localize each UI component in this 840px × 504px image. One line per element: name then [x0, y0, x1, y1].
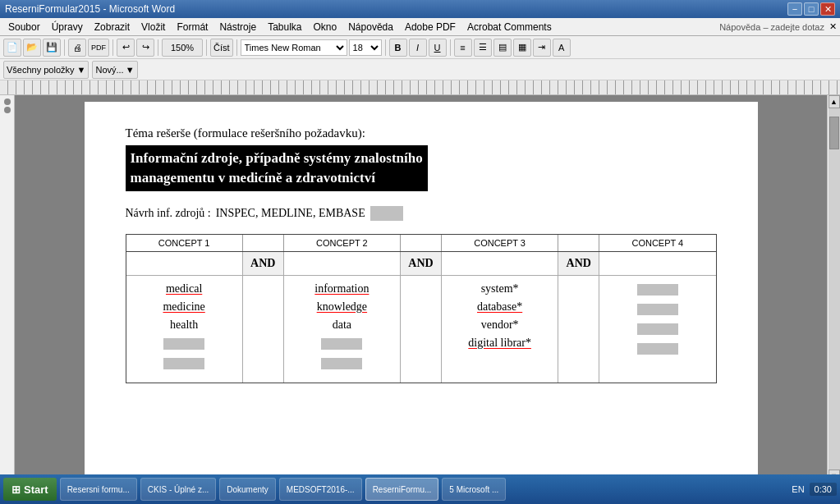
- heading-line1: Informační zdroje, případně systémy znal…: [131, 150, 423, 166]
- toolbar-main: 📄 📂 💾 🖨 PDF ↩ ↪ 150% Číst Times New Roma…: [0, 36, 840, 59]
- italic-button[interactable]: I: [409, 39, 427, 57]
- align-right-button[interactable]: ▤: [493, 39, 512, 57]
- color-button[interactable]: A: [553, 39, 571, 57]
- term-information: information: [314, 282, 369, 296]
- menu-tabulka[interactable]: Tabulka: [263, 20, 306, 34]
- all-items-label: Všechny položky: [7, 65, 75, 75]
- zoom-level[interactable]: 150%: [162, 39, 203, 57]
- heading-block: Informační zdroje, případně systémy znal…: [126, 145, 428, 191]
- print-button[interactable]: 🖨: [68, 39, 86, 57]
- taskbar-btn-4[interactable]: MEDSOFT2016-...: [279, 478, 362, 501]
- help-close-icon[interactable]: ✕: [829, 21, 837, 32]
- bold-button[interactable]: B: [389, 39, 407, 57]
- title-bar: ReserniFormular2015 - Microsoft Word − □…: [0, 0, 840, 18]
- taskbar-btn-1[interactable]: Resersni formu...: [60, 478, 137, 501]
- gray-box-c4-3: [637, 323, 678, 335]
- taskbar-btn-5[interactable]: ReserniFormu...: [365, 478, 439, 501]
- col2-data: information knowledge data: [284, 276, 401, 383]
- new-toolbar2-button[interactable]: Nový... ▼: [92, 61, 137, 79]
- save-button[interactable]: 💾: [43, 39, 61, 57]
- pdf-button[interactable]: PDF: [88, 39, 109, 57]
- menu-adobepdf[interactable]: Adobe PDF: [400, 20, 461, 34]
- taskbar-btn5-label: ReserniFormu...: [373, 485, 432, 494]
- menu-okno[interactable]: Okno: [309, 20, 342, 34]
- menu-soubor[interactable]: Soubor: [3, 20, 45, 34]
- col4-data: [599, 276, 715, 383]
- and-sep2-data: [401, 276, 442, 383]
- align-center-button[interactable]: ☰: [474, 39, 492, 57]
- term-medical: medical: [166, 282, 202, 296]
- gray-box-c2-2: [321, 358, 362, 369]
- data-rows: medical medicine health information know…: [126, 276, 716, 383]
- taskbar-btn-2[interactable]: CKIS - Úplné z...: [140, 478, 216, 501]
- underline-button[interactable]: U: [429, 39, 447, 57]
- concept4-header: CONCEPT 4: [599, 235, 715, 251]
- redo-button[interactable]: ↪: [136, 39, 154, 57]
- taskbar-btn-6[interactable]: 5 Microsoft ...: [442, 478, 506, 501]
- menu-napoveda[interactable]: Nápověda: [343, 20, 398, 34]
- term-system: system*: [481, 282, 519, 296]
- taskbar-btn-3[interactable]: Dokumenty: [219, 478, 276, 501]
- menu-acrobat[interactable]: Acrobat Comments: [462, 20, 557, 34]
- and-sep3-header: [558, 235, 599, 251]
- theme-label: Téma rešerše (formulace rešeršního požad…: [126, 126, 717, 140]
- open-button[interactable]: 📂: [23, 39, 41, 57]
- scrollbar-thumb[interactable]: [829, 117, 839, 149]
- align-left-button[interactable]: ≡: [454, 39, 472, 57]
- taskbar: ⊞ Start Resersni formu... CKIS - Úplné z…: [0, 474, 840, 504]
- maximize-button[interactable]: □: [804, 2, 819, 16]
- start-label: Start: [24, 483, 48, 496]
- and-connector1: AND: [243, 252, 284, 275]
- new-button[interactable]: 📄: [3, 39, 21, 57]
- left-sidebar: [0, 95, 15, 483]
- start-icon: ⊞: [11, 483, 21, 496]
- window-title: ReserniFormular2015 - Microsoft Word: [5, 3, 175, 15]
- taskbar-right: EN 0:30: [792, 483, 837, 496]
- term-knowledge: knowledge: [317, 300, 367, 314]
- page: Téma rešerše (formulace rešeršního požad…: [85, 102, 758, 483]
- term-database: database*: [477, 300, 522, 314]
- menu-format[interactable]: Formát: [172, 20, 213, 34]
- scrollbar-up-button[interactable]: ▲: [829, 95, 840, 108]
- and-sep2-header: [401, 235, 442, 251]
- dropdown-arrow-icon: ▼: [77, 65, 86, 75]
- start-button[interactable]: ⊞ Start: [3, 478, 57, 501]
- and-label2: [284, 252, 401, 275]
- menu-vlozit[interactable]: Vložit: [136, 20, 170, 34]
- ruler: [0, 80, 840, 95]
- new-arrow-icon: ▼: [126, 65, 135, 75]
- menu-upravy[interactable]: Úpravy: [47, 20, 88, 34]
- taskbar-btn2-label: CKIS - Úplné z...: [148, 485, 209, 494]
- language-indicator: EN: [792, 484, 804, 494]
- all-items-dropdown[interactable]: Všechny položky ▼: [3, 61, 89, 79]
- cist-button[interactable]: Číst: [210, 39, 233, 57]
- taskbar-btn3-label: Dokumenty: [227, 485, 269, 494]
- minimize-button[interactable]: −: [787, 2, 802, 16]
- window-controls: − □ ✕: [787, 2, 835, 16]
- fontsize-select[interactable]: 18: [349, 39, 382, 56]
- gray-box-c4-4: [637, 343, 678, 355]
- ruler-marks: [0, 80, 840, 94]
- concept3-header: CONCEPT 3: [442, 235, 558, 251]
- and-sep3-data: [558, 276, 599, 383]
- menu-zobrazit[interactable]: Zobrazit: [90, 20, 135, 34]
- sep2: [112, 39, 113, 56]
- col1-data: medical medicine health: [126, 276, 243, 383]
- new-label: Nový...: [95, 65, 123, 75]
- scrollbar-track[interactable]: [829, 108, 840, 470]
- sep5: [236, 39, 237, 56]
- concept-header-row: CONCEPT 1 CONCEPT 2 CONCEPT 3 CONCEPT 4: [126, 235, 716, 252]
- sidebar-dot1: [4, 99, 11, 105]
- help-text: Nápověda – zadejte dotaz: [719, 22, 824, 32]
- and-sep1-header: [243, 235, 284, 251]
- font-select[interactable]: Times New Roman: [241, 39, 347, 56]
- gray-box-c2-1: [321, 338, 362, 350]
- right-scrollbar[interactable]: ▲ ▼: [827, 95, 840, 483]
- close-button[interactable]: ✕: [820, 2, 835, 16]
- menu-nastroje[interactable]: Nástroje: [214, 20, 261, 34]
- and-row: AND AND AND: [126, 252, 716, 276]
- indent-button[interactable]: ⇥: [533, 39, 551, 57]
- undo-button[interactable]: ↩: [117, 39, 135, 57]
- col3-data: system* database* vendor* digital librar…: [442, 276, 558, 383]
- align-justify-button[interactable]: ▦: [513, 39, 531, 57]
